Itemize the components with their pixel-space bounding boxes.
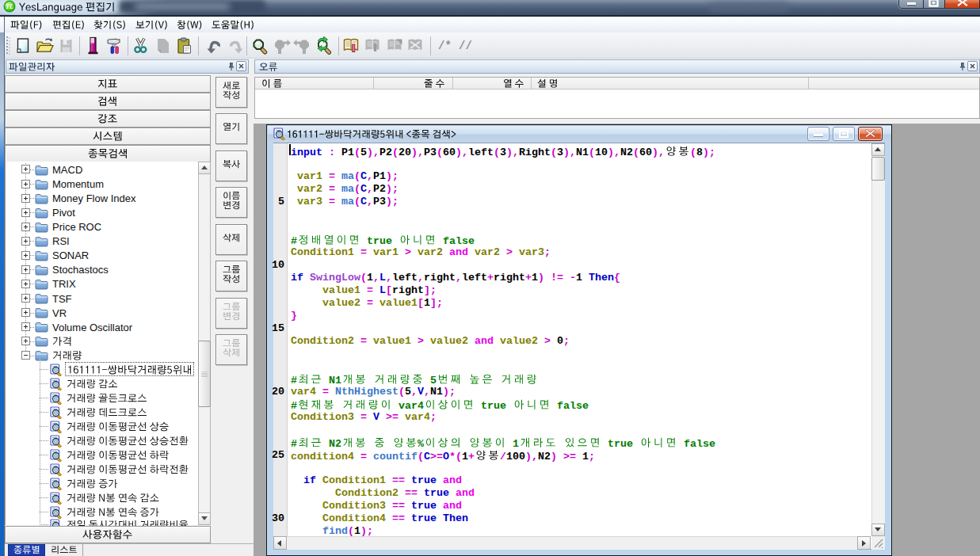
svg-text:YL: YL — [6, 3, 13, 10]
